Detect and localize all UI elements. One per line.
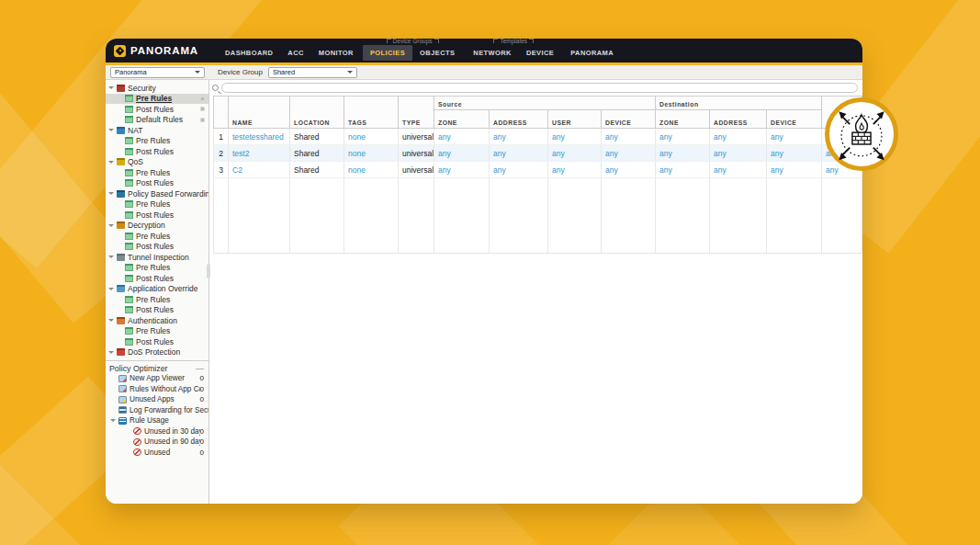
po-item-unused-apps[interactable]: Unused Apps 0 [106,394,208,405]
tree-item-auth-post-rules[interactable]: Post Rules [106,336,208,347]
tree-item-decryption-pre-rules[interactable]: Pre Rules [106,231,208,242]
table-row: 3 C2 Shared none universal any any any a… [214,162,862,178]
column-header-tags[interactable]: TAGS [344,97,399,129]
tree-item-security-default-rules[interactable]: Default Rules [106,115,208,126]
tree-section-tunnel-inspection[interactable]: Tunnel Inspection [106,252,208,263]
column-header-dst-device[interactable]: DEVICE [767,110,822,129]
rules-table-icon [125,338,133,346]
chevron-down-icon [108,288,114,290]
minimize-icon[interactable]: — [196,366,204,371]
po-item-new-app-viewer[interactable]: New App Viewer 0 [106,373,208,384]
tree-section-pbf[interactable]: Policy Based Forwarding [106,188,208,199]
dst-address-cell: any [710,145,767,162]
tree-section-security[interactable]: Security [106,83,208,94]
device-groups-label: Device Groups [385,39,441,44]
tree-item-nat-post-rules[interactable]: Post Rules [106,146,208,157]
po-item-unused[interactable]: Unused 0 [106,448,208,459]
search-icon [212,85,219,91]
table-row: 1 testetesshared Shared none universal a… [214,129,862,145]
panel-collapse-handle[interactable] [207,264,210,278]
rules-table-icon [125,200,133,208]
tree-item-qos-post-rules[interactable]: Post Rules [106,178,208,189]
table-search-row [209,80,862,96]
unused-rule-icon [133,438,141,446]
tree-section-nat[interactable]: NAT [106,125,208,136]
tab-dashboard[interactable]: DASHBOARD [218,45,280,61]
type-cell: universal [399,162,434,178]
tree-item-auth-pre-rules[interactable]: Pre Rules [106,326,208,337]
src-user-cell: any [548,129,602,145]
policy-tree: Security Pre Rules Post Rules Default Ru… [106,80,208,360]
tab-device[interactable]: DEVICE [519,45,561,61]
device-group-select[interactable]: Shared [268,67,357,78]
tree-section-dos-protection[interactable]: DoS Protection [106,347,208,358]
tab-acc[interactable]: ACC [280,45,310,61]
tab-network[interactable]: NETWORK [466,45,519,61]
tree-item-decryption-post-rules[interactable]: Post Rules [106,242,208,253]
tree-item-pbf-post-rules[interactable]: Post Rules [106,210,208,221]
bracket-left-icon [493,39,498,43]
tree-item-qos-pre-rules[interactable]: Pre Rules [106,167,208,178]
rules-table-icon [125,306,133,313]
po-item-unused-30-days[interactable]: Unused in 30 days 0 [106,426,208,437]
column-header-src-device[interactable]: DEVICE [602,110,656,129]
tree-item-security-pre-rules[interactable]: Pre Rules [106,94,208,105]
bracket-right-icon [529,39,534,43]
column-header-dst-zone[interactable]: ZONE [656,110,710,129]
src-user-cell: any [548,162,602,178]
po-item-rules-without-app-controls[interactable]: Rules Without App Controls 0 [106,384,208,395]
rules-table-icon [125,106,133,113]
column-header-src-user[interactable]: USER [548,110,602,129]
tab-monitor[interactable]: MONITOR [311,45,361,61]
rules-search-input[interactable] [221,83,858,93]
panorama-window: PANORAMA DASHBOARD ACC MONITOR Device Gr… [106,39,862,504]
push-status-icon [200,97,205,101]
src-user-cell: any [548,145,602,162]
column-header-dst-address[interactable]: ADDRESS [710,110,767,129]
tree-item-appoverride-post-rules[interactable]: Post Rules [106,305,208,316]
templates-label: Templates [491,39,535,44]
push-status-icon [200,107,205,111]
type-cell: universal [399,145,434,162]
column-header-src-address[interactable]: ADDRESS [490,110,548,129]
rule-name-link[interactable]: testetesshared [232,132,284,142]
tree-item-appoverride-pre-rules[interactable]: Pre Rules [106,294,208,305]
rules-table-icon [125,169,133,176]
tree-section-application-override[interactable]: Application Override [106,284,208,295]
tab-panorama[interactable]: PANORAMA [563,45,621,61]
src-zone-cell: any [434,145,490,162]
column-header-name[interactable]: NAME [229,97,290,129]
policy-based-forwarding-icon [117,190,125,198]
qos-icon [117,158,125,165]
rules-table-icon [125,243,133,250]
tree-item-security-post-rules[interactable]: Post Rules [106,104,208,115]
bracket-left-icon [387,39,391,43]
column-header-type[interactable]: TYPE [399,97,434,129]
tree-item-pbf-pre-rules[interactable]: Pre Rules [106,199,208,210]
tree-item-nat-pre-rules[interactable]: Pre Rules [106,136,208,147]
po-item-log-forwarding[interactable]: Log Forwarding for Security Ser [106,405,208,416]
device-groups-tab-group: Device Groups POLICIES OBJECTS [363,39,462,62]
tree-section-decryption[interactable]: Decryption [106,221,208,232]
tags-cell: none [344,162,399,178]
dst-address-cell: any [710,129,767,145]
tree-section-authentication[interactable]: Authentication [106,315,208,326]
po-item-unused-90-days[interactable]: Unused in 90 days 0 [106,437,208,448]
column-header-src-zone[interactable]: ZONE [434,110,490,129]
src-zone-cell: any [434,129,490,145]
row-number: 1 [214,129,229,145]
device-group-label: Device Group [218,68,263,76]
rule-name-link[interactable]: C2 [232,165,242,175]
tree-item-tunnel-pre-rules[interactable]: Pre Rules [106,263,208,274]
tree-item-tunnel-post-rules[interactable]: Post Rules [106,273,208,284]
column-header-location[interactable]: LOCATION [290,97,344,129]
tab-policies[interactable]: POLICIES [363,45,412,61]
unused-apps-icon [118,396,127,403]
po-item-rule-usage[interactable]: Rule Usage [106,415,208,426]
policy-optimizer-panel: Policy Optimizer — New App Viewer 0 Rule… [106,360,208,504]
dst-device-cell: any [767,129,822,145]
tree-section-qos[interactable]: QoS [106,157,208,168]
rule-name-link[interactable]: test2 [232,149,249,158]
context-select[interactable]: Panorama [110,67,205,78]
tab-objects[interactable]: OBJECTS [412,45,462,61]
